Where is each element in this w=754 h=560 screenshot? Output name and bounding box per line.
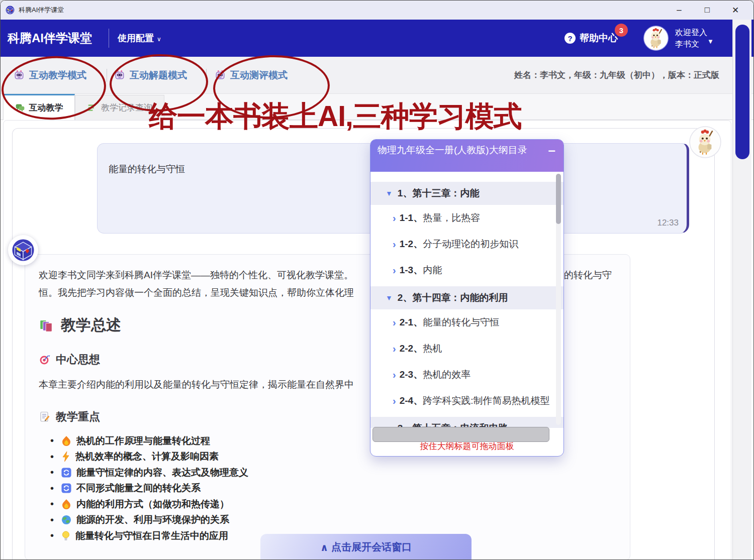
window-title: 科腾AI伴学课堂 — [19, 6, 64, 15]
bullet-dot: • — [50, 451, 56, 463]
assistant-cube-logo[interactable] — [8, 235, 38, 265]
drag-tip-text: 按住大纲标题可拖动面板 — [370, 440, 563, 452]
user-message-text: 能量的转化与守恒 — [109, 163, 185, 176]
mode-divider — [206, 69, 207, 82]
bullet-dot: • — [50, 514, 56, 526]
outline-chapter[interactable]: ▼ 1、第十三章：内能 — [370, 182, 563, 205]
outline-section[interactable]: › 2-2、热机 — [370, 335, 563, 362]
central-idea-heading: 中心思想 — [39, 352, 100, 367]
outline-chapter[interactable]: ▼ 3、第十五章：电流和电路 — [370, 417, 563, 428]
triangle-down-icon: ▼ — [386, 189, 393, 197]
header-divider — [109, 29, 109, 48]
cycle-icon — [61, 468, 71, 478]
chevron-down-icon: ∨ — [157, 36, 161, 43]
user-avatar[interactable] — [643, 25, 669, 51]
bullet-dot: • — [50, 467, 56, 478]
bullet-dot: • — [50, 483, 56, 494]
outline-panel-header[interactable]: 物理九年级全一册(人教版)大纲目录 — [370, 140, 563, 172]
chevron-right-icon: › — [393, 212, 396, 224]
list-item: • 能源的开发、利用与环境保护的关系 — [50, 512, 248, 528]
outline-section[interactable]: › 2-3、热机的效率 — [370, 362, 563, 388]
user-info-text: 姓名：李书文，年级：九年级（初中），版本：正式版 — [514, 57, 719, 94]
welcome-text-fragment: 的转化与守 — [564, 269, 612, 282]
maximize-button[interactable]: □ — [693, 1, 721, 20]
books-icon — [39, 318, 54, 333]
outline-chapter[interactable]: ▼ 2、第十四章：内能的利用 — [370, 286, 563, 309]
chevron-up-icon: ∧ — [320, 541, 328, 553]
list-item: • 热机效率的概念、计算及影响因素 — [50, 449, 248, 465]
chat-bubbles-icon — [15, 103, 25, 113]
tab-interactive-teaching[interactable]: 互动教学 — [3, 94, 75, 120]
globe-icon — [61, 515, 71, 525]
panel-scrollbar-thumb[interactable] — [556, 174, 561, 224]
bullet-dot: • — [50, 530, 56, 541]
bullet-dot: • — [50, 435, 56, 446]
robot-icon — [14, 70, 25, 81]
panel-horizontal-scrollbar[interactable] — [372, 427, 549, 442]
mode-problem-solving[interactable]: 互动解题模式 — [114, 57, 187, 94]
chevron-right-icon: › — [393, 369, 396, 381]
message-timestamp: 12:33 — [657, 218, 679, 228]
key-points-list: • 热机的工作原理与能量转化过程 • 热机效率的概念、计算及影响因素 • 能量守… — [50, 433, 248, 544]
close-button[interactable]: ✕ — [721, 1, 749, 20]
question-icon: ? — [564, 33, 576, 44]
bulb-icon — [61, 530, 70, 541]
list-item: • 能量转化与守恒在日常生活中的应用 — [50, 528, 248, 544]
memo-icon — [39, 411, 51, 423]
flame-icon — [61, 435, 71, 446]
welcome-text-line2: 恒。我先把学习内容做一个全面的总结，呈现关键知识点，帮助你立体化理 — [39, 286, 372, 299]
welcome-text-line1: 欢迎李书文同学来到科腾AI伴学课堂——独特的个性化、可视化教学课堂。 — [39, 269, 372, 282]
flame-icon — [61, 499, 71, 510]
outline-section[interactable]: › 1-2、分子动理论的初步知识 — [370, 231, 563, 257]
target-icon — [39, 354, 51, 366]
window-scrollbar-thumb[interactable] — [735, 25, 749, 159]
annotation-headline: 给一本书装上AI,三种学习模式 — [149, 97, 522, 136]
robot-icon — [114, 70, 125, 81]
cycle-icon — [61, 483, 71, 493]
outline-section[interactable]: › 1-3、内能 — [370, 257, 563, 283]
central-idea-text: 本章主要介绍内能的利用以及能量的转化与守恒定律，揭示能量在自然界中 — [39, 378, 372, 391]
list-item: • 热机的工作原理与能量转化过程 — [50, 433, 248, 449]
outline-list: ▼ 1、第十三章：内能 › 1-1、热量，比热容 › 1-2、分子动理论的初步知… — [370, 172, 563, 428]
list-item: • 能量守恒定律的内容、表达式及物理意义 — [50, 465, 248, 481]
app-header: 科腾AI伴学课堂 使用配置∨ ? 帮助中心 3 欢迎登入 李书文 ▼ — [1, 20, 753, 57]
mode-divider — [107, 69, 107, 82]
chevron-right-icon: › — [393, 395, 396, 407]
outline-panel: 物理九年级全一册(人教版)大纲目录 – ▼ 1、第十三章：内能 › 1-1、热量… — [370, 139, 564, 457]
config-menu[interactable]: 使用配置∨ — [118, 20, 161, 58]
app-window: 科腾AI伴学课堂 – □ ✕ 科腾AI伴学课堂 使用配置∨ ? 帮助中心 3 欢… — [0, 0, 754, 560]
chevron-right-icon: › — [393, 265, 396, 276]
brand-title: 科腾AI伴学课堂 — [8, 20, 92, 57]
mascot-avatar — [689, 126, 722, 159]
app-cube-icon — [6, 6, 15, 15]
login-welcome[interactable]: 欢迎登入 李书文 — [675, 27, 707, 50]
help-center-button[interactable]: ? 帮助中心 — [564, 20, 618, 57]
mode-assessment[interactable]: 互动测评模式 — [215, 57, 288, 94]
expand-conversation-button[interactable]: ∧ 点击展开会话窗口 — [260, 534, 472, 560]
outline-section[interactable]: › 1-1、热量，比热容 — [370, 205, 563, 231]
bullet-dot: • — [50, 498, 56, 510]
lightning-icon — [61, 451, 70, 462]
dropdown-caret-icon: ▼ — [707, 38, 714, 45]
list-item: • 不同形式能量之间的转化关系 — [50, 481, 248, 497]
mode-bar: 互动教学模式 互动解题模式 互动测评模式 姓名：李书文，年级：九年级（初中），版… — [1, 57, 753, 94]
overview-heading: 教学总述 — [39, 315, 121, 335]
key-points-heading: 教学重点 — [39, 409, 100, 424]
list-icon — [87, 103, 97, 113]
help-badge: 3 — [615, 24, 628, 37]
title-bar: 科腾AI伴学课堂 – □ ✕ — [1, 1, 753, 20]
chevron-right-icon: › — [393, 343, 396, 355]
mode-teaching[interactable]: 互动教学模式 — [14, 57, 86, 94]
triangle-down-icon: ▼ — [386, 294, 393, 302]
panel-collapse-button[interactable]: – — [548, 143, 555, 158]
outline-section[interactable]: › 2-1、能量的转化与守恒 — [370, 309, 563, 335]
minimize-button[interactable]: – — [665, 1, 693, 20]
window-scrollbar-track[interactable] — [732, 20, 751, 560]
chevron-right-icon: › — [393, 239, 396, 250]
list-item: • 内能的利用方式（如做功和热传递） — [50, 496, 248, 512]
outline-section[interactable]: › 2-4、跨学科实践:制作简易热机模型 — [370, 388, 563, 414]
chevron-right-icon: › — [393, 317, 396, 328]
robot-icon — [215, 70, 226, 81]
